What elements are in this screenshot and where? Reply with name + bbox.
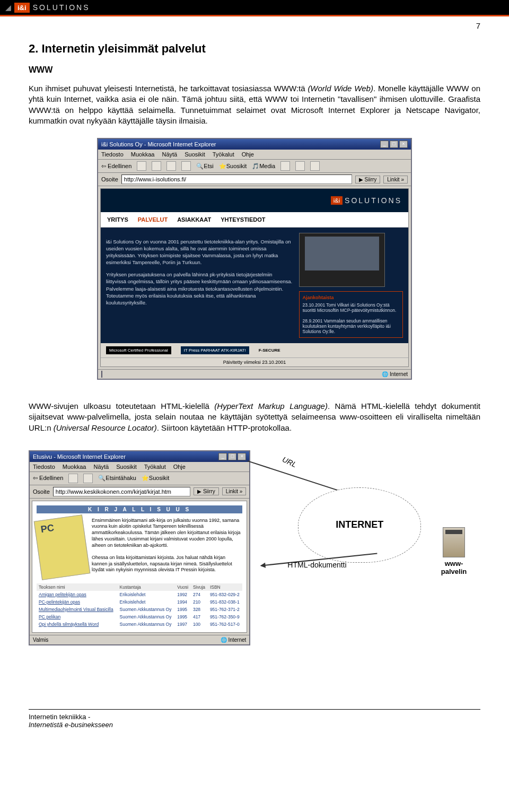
table-cell: 210	[191, 598, 208, 606]
nav-tab[interactable]: YRITYS	[107, 216, 128, 223]
menu-item[interactable]: Muokkaa	[63, 464, 86, 470]
table-cell[interactable]: Opi yhdellä silmäyksellä Word	[37, 621, 118, 628]
address-input[interactable]: http://www.keskikokonen.com/kirjat/kirja…	[53, 487, 190, 496]
toolbar-icon[interactable]	[310, 161, 320, 171]
forward-button[interactable]	[137, 161, 146, 171]
menu-item[interactable]: Suosikit	[185, 151, 205, 158]
address-input[interactable]: http://www.i-isolutions.fi/	[121, 174, 352, 184]
site-para2: Yrityksen perusajatuksena on palvella lä…	[106, 271, 294, 306]
minimize-icon[interactable]: _	[218, 453, 227, 460]
table-cell: 951-762-371-2	[208, 606, 242, 613]
back-button[interactable]: ⇦ Edellinen	[101, 163, 131, 170]
status-right: 🌐 Internet	[382, 371, 408, 377]
th: Sivuja	[191, 583, 208, 591]
browser1-titlebar: i&i Solutions Oy - Microsoft Internet Ex…	[98, 139, 411, 150]
book-cover-image	[34, 514, 91, 580]
media-button[interactable]: 🎵Media	[252, 163, 275, 170]
status-left: Valmis	[33, 637, 48, 643]
browser1-toolbar: ⇦ Edellinen 🔍Etsi ⭐Suosikit 🎵Media	[98, 160, 411, 173]
browser1-webpage: i&i SOLUTIONS YRITYS PALVELUT ASIAKKAAT …	[100, 188, 409, 367]
table-cell[interactable]: PC pelikan	[37, 613, 118, 621]
site-header: i&i SOLUTIONS	[101, 189, 408, 212]
nav-tab[interactable]: ASIAKKAAT	[177, 216, 211, 223]
toolbar-icon[interactable]	[295, 161, 305, 171]
toolbar-icon[interactable]	[83, 474, 93, 483]
url-arrow-line	[248, 460, 349, 494]
table-row: Multimediaohjelmointi Visual BasicillaSu…	[37, 606, 242, 613]
kirja-p1: Ensimmäinen kirjoittamani atk-kirja on j…	[92, 518, 241, 548]
page-number: 7	[476, 21, 480, 30]
browser1-addressbar: Osoite http://www.i-isolutions.fi/ ▶ Sii…	[98, 173, 411, 186]
stop-icon[interactable]	[152, 161, 161, 171]
table-cell[interactable]: Amigan pelitekijän opas	[37, 591, 118, 598]
site-nav: YRITYS PALVELUT ASIAKKAAT YHTEYSTIEDOT	[101, 212, 408, 228]
server-box: www-palvelin	[433, 527, 475, 575]
go-button[interactable]: ▶ Siirry	[194, 487, 219, 495]
close-icon[interactable]: ×	[399, 141, 408, 148]
menu-item[interactable]: Tiedosto	[33, 464, 55, 470]
browser1-menubar: Tiedosto Muokkaa Näytä Suosikit Työkalut…	[98, 150, 411, 160]
favorites-button[interactable]: ⭐Suosikit	[219, 163, 247, 170]
nav-tab-active[interactable]: PALVELUT	[138, 216, 168, 223]
toolbar-icon[interactable]	[280, 161, 290, 171]
table-cell: 1994	[175, 598, 191, 606]
table-cell: 951-832-038-1	[208, 598, 242, 606]
menu-item[interactable]: Työkalut	[213, 151, 234, 158]
status-right: 🌐 Internet	[221, 637, 247, 643]
table-cell: Suomen Atkkustannus Oy	[118, 606, 175, 613]
search-button[interactable]: 🔍Etsi	[196, 163, 213, 170]
menu-item[interactable]: Näytä	[93, 464, 109, 470]
table-row: PC pelikanSuomen Atkkustannus Oy19954179…	[37, 613, 242, 621]
search-button[interactable]: 🔍Etsintähaku	[98, 475, 136, 482]
table-row: Opi yhdellä silmäyksellä WordSuomen Atkk…	[37, 621, 242, 628]
site-logo-text: SOLUTIONS	[345, 196, 402, 205]
back-button[interactable]: ⇦ Edellinen	[33, 475, 63, 482]
site-logo-box: i&i	[331, 196, 343, 205]
news-box: Ajankohtaista 23.10.2001 Tomi Vilkari i&…	[299, 291, 403, 338]
table-cell: 417	[191, 613, 208, 621]
table-cell: 951-832-029-2	[208, 591, 242, 598]
table-cell: 100	[191, 621, 208, 628]
page-footer: Internetin tekniikka - Internetistä e-bu…	[29, 709, 480, 729]
server-label: www-palvelin	[433, 560, 475, 575]
nav-tab[interactable]: YHTEYSTIEDOT	[221, 216, 265, 223]
maximize-icon[interactable]: □	[390, 141, 398, 148]
browser2-and-diagram: Etusivu - Microsoft Internet Explorer _ …	[29, 445, 480, 667]
menu-item[interactable]: Ohje	[242, 151, 254, 158]
table-cell[interactable]: PC-pelintekijän opas	[37, 598, 118, 606]
footer-line2: Internetistä e-busineksseen	[29, 721, 480, 729]
ie-icon	[101, 371, 102, 378]
refresh-icon[interactable]	[166, 161, 176, 171]
home-icon[interactable]	[181, 161, 191, 171]
links-button[interactable]: Linkit »	[222, 487, 247, 495]
cloud-internet: INTERNET	[298, 487, 421, 563]
cert-badge-itpress: IT Press PARHAAT ATK-KIRJAT!	[181, 346, 249, 354]
menu-item[interactable]: Suosikit	[116, 464, 137, 470]
maximize-icon[interactable]: □	[228, 453, 236, 460]
laptop-image	[299, 233, 385, 287]
menu-item[interactable]: Muokkaa	[131, 151, 155, 158]
para2-i1: (HyperText Markup Language)	[214, 401, 328, 411]
para2-c: . Siirtoon käytetään HTTP-protokollaa.	[157, 423, 292, 432]
table-cell: 1992	[175, 591, 191, 598]
table-cell[interactable]: Multimediaohjelmointi Visual Basicilla	[37, 606, 118, 613]
th: ISBN	[208, 583, 242, 591]
close-icon[interactable]: ×	[238, 453, 246, 460]
menu-item[interactable]: Ohje	[173, 464, 186, 470]
links-button[interactable]: Linkit »	[383, 176, 408, 184]
html-doc-label: HTML-dokumentti	[287, 561, 346, 569]
browser2-webpage: K I R J A L L I S U U S Ensimmäinen kirj…	[32, 501, 247, 633]
site-sidebar: Ajankohtaista 23.10.2001 Tomi Vilkari i&…	[299, 233, 403, 338]
toolbar-icon[interactable]	[68, 474, 78, 483]
status-left	[101, 371, 102, 377]
menu-item[interactable]: Tiedosto	[101, 151, 124, 158]
server-icon	[443, 527, 465, 557]
browser-window-2: Etusivu - Microsoft Internet Explorer _ …	[29, 450, 250, 645]
favorites-button[interactable]: ⭐Suosikit	[142, 475, 170, 482]
go-button[interactable]: ▶ Siirry	[355, 176, 381, 184]
table-cell: Suomen Atkkustannus Oy	[118, 613, 175, 621]
th: Kustantaja	[118, 583, 175, 591]
menu-item[interactable]: Näytä	[162, 151, 177, 158]
menu-item[interactable]: Työkalut	[144, 464, 166, 470]
minimize-icon[interactable]: _	[380, 141, 389, 148]
